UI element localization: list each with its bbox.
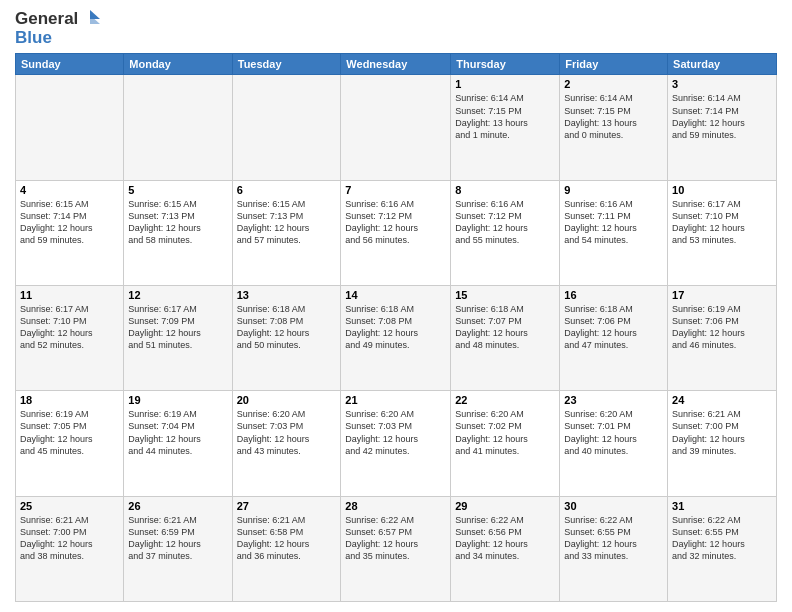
calendar-cell: 4Sunrise: 6:15 AMSunset: 7:14 PMDaylight… [16,180,124,285]
day-header-monday: Monday [124,54,232,75]
day-header-wednesday: Wednesday [341,54,451,75]
calendar-cell [16,75,124,180]
day-number: 22 [455,394,555,406]
day-number: 15 [455,289,555,301]
day-header-sunday: Sunday [16,54,124,75]
day-info: Sunrise: 6:20 AMSunset: 7:01 PMDaylight:… [564,408,663,457]
logo-general: General [15,10,78,29]
day-number: 2 [564,78,663,90]
calendar-cell: 30Sunrise: 6:22 AMSunset: 6:55 PMDayligh… [560,496,668,601]
day-info: Sunrise: 6:21 AMSunset: 7:00 PMDaylight:… [20,514,119,563]
day-number: 18 [20,394,119,406]
calendar-cell: 26Sunrise: 6:21 AMSunset: 6:59 PMDayligh… [124,496,232,601]
day-info: Sunrise: 6:19 AMSunset: 7:05 PMDaylight:… [20,408,119,457]
calendar-cell: 18Sunrise: 6:19 AMSunset: 7:05 PMDayligh… [16,391,124,496]
calendar-cell: 11Sunrise: 6:17 AMSunset: 7:10 PMDayligh… [16,286,124,391]
day-info: Sunrise: 6:18 AMSunset: 7:08 PMDaylight:… [345,303,446,352]
calendar-cell: 22Sunrise: 6:20 AMSunset: 7:02 PMDayligh… [451,391,560,496]
day-info: Sunrise: 6:21 AMSunset: 6:59 PMDaylight:… [128,514,227,563]
day-number: 4 [20,184,119,196]
calendar-table: SundayMondayTuesdayWednesdayThursdayFrid… [15,53,777,602]
day-number: 10 [672,184,772,196]
day-number: 24 [672,394,772,406]
day-info: Sunrise: 6:22 AMSunset: 6:55 PMDaylight:… [564,514,663,563]
day-info: Sunrise: 6:18 AMSunset: 7:07 PMDaylight:… [455,303,555,352]
day-info: Sunrise: 6:20 AMSunset: 7:02 PMDaylight:… [455,408,555,457]
logo-bird-icon [80,10,100,28]
day-number: 9 [564,184,663,196]
day-number: 5 [128,184,227,196]
day-info: Sunrise: 6:17 AMSunset: 7:10 PMDaylight:… [672,198,772,247]
day-number: 13 [237,289,337,301]
day-number: 16 [564,289,663,301]
day-info: Sunrise: 6:21 AMSunset: 6:58 PMDaylight:… [237,514,337,563]
day-number: 1 [455,78,555,90]
day-info: Sunrise: 6:22 AMSunset: 6:56 PMDaylight:… [455,514,555,563]
calendar-cell: 3Sunrise: 6:14 AMSunset: 7:14 PMDaylight… [668,75,777,180]
calendar-cell: 12Sunrise: 6:17 AMSunset: 7:09 PMDayligh… [124,286,232,391]
calendar-cell: 1Sunrise: 6:14 AMSunset: 7:15 PMDaylight… [451,75,560,180]
day-info: Sunrise: 6:15 AMSunset: 7:13 PMDaylight:… [128,198,227,247]
calendar-cell: 31Sunrise: 6:22 AMSunset: 6:55 PMDayligh… [668,496,777,601]
calendar-cell [124,75,232,180]
day-info: Sunrise: 6:17 AMSunset: 7:09 PMDaylight:… [128,303,227,352]
day-number: 31 [672,500,772,512]
day-info: Sunrise: 6:14 AMSunset: 7:15 PMDaylight:… [564,92,663,141]
day-info: Sunrise: 6:16 AMSunset: 7:12 PMDaylight:… [345,198,446,247]
calendar-cell: 19Sunrise: 6:19 AMSunset: 7:04 PMDayligh… [124,391,232,496]
logo: General Blue [15,10,100,47]
day-info: Sunrise: 6:19 AMSunset: 7:04 PMDaylight:… [128,408,227,457]
calendar-cell: 17Sunrise: 6:19 AMSunset: 7:06 PMDayligh… [668,286,777,391]
day-info: Sunrise: 6:21 AMSunset: 7:00 PMDaylight:… [672,408,772,457]
logo-blue: Blue [15,29,100,48]
calendar-cell: 6Sunrise: 6:15 AMSunset: 7:13 PMDaylight… [232,180,341,285]
day-number: 23 [564,394,663,406]
day-info: Sunrise: 6:15 AMSunset: 7:13 PMDaylight:… [237,198,337,247]
calendar-cell: 7Sunrise: 6:16 AMSunset: 7:12 PMDaylight… [341,180,451,285]
calendar-cell: 13Sunrise: 6:18 AMSunset: 7:08 PMDayligh… [232,286,341,391]
calendar-cell: 9Sunrise: 6:16 AMSunset: 7:11 PMDaylight… [560,180,668,285]
calendar-cell: 14Sunrise: 6:18 AMSunset: 7:08 PMDayligh… [341,286,451,391]
day-number: 8 [455,184,555,196]
calendar-cell [341,75,451,180]
day-number: 20 [237,394,337,406]
day-info: Sunrise: 6:16 AMSunset: 7:12 PMDaylight:… [455,198,555,247]
day-number: 21 [345,394,446,406]
calendar-cell: 20Sunrise: 6:20 AMSunset: 7:03 PMDayligh… [232,391,341,496]
day-info: Sunrise: 6:14 AMSunset: 7:14 PMDaylight:… [672,92,772,141]
calendar-cell: 15Sunrise: 6:18 AMSunset: 7:07 PMDayligh… [451,286,560,391]
day-number: 29 [455,500,555,512]
day-info: Sunrise: 6:18 AMSunset: 7:06 PMDaylight:… [564,303,663,352]
day-info: Sunrise: 6:16 AMSunset: 7:11 PMDaylight:… [564,198,663,247]
day-header-thursday: Thursday [451,54,560,75]
calendar-cell: 16Sunrise: 6:18 AMSunset: 7:06 PMDayligh… [560,286,668,391]
calendar-cell: 28Sunrise: 6:22 AMSunset: 6:57 PMDayligh… [341,496,451,601]
day-info: Sunrise: 6:22 AMSunset: 6:55 PMDaylight:… [672,514,772,563]
day-info: Sunrise: 6:22 AMSunset: 6:57 PMDaylight:… [345,514,446,563]
day-number: 7 [345,184,446,196]
calendar-cell: 21Sunrise: 6:20 AMSunset: 7:03 PMDayligh… [341,391,451,496]
day-info: Sunrise: 6:14 AMSunset: 7:15 PMDaylight:… [455,92,555,141]
calendar-cell: 8Sunrise: 6:16 AMSunset: 7:12 PMDaylight… [451,180,560,285]
calendar-cell: 27Sunrise: 6:21 AMSunset: 6:58 PMDayligh… [232,496,341,601]
day-info: Sunrise: 6:18 AMSunset: 7:08 PMDaylight:… [237,303,337,352]
day-info: Sunrise: 6:15 AMSunset: 7:14 PMDaylight:… [20,198,119,247]
day-header-saturday: Saturday [668,54,777,75]
day-number: 3 [672,78,772,90]
day-number: 14 [345,289,446,301]
day-number: 17 [672,289,772,301]
page-header: General Blue [15,10,777,47]
day-info: Sunrise: 6:20 AMSunset: 7:03 PMDaylight:… [237,408,337,457]
day-number: 26 [128,500,227,512]
calendar-cell: 29Sunrise: 6:22 AMSunset: 6:56 PMDayligh… [451,496,560,601]
day-info: Sunrise: 6:20 AMSunset: 7:03 PMDaylight:… [345,408,446,457]
day-number: 19 [128,394,227,406]
calendar-cell: 24Sunrise: 6:21 AMSunset: 7:00 PMDayligh… [668,391,777,496]
calendar-cell: 25Sunrise: 6:21 AMSunset: 7:00 PMDayligh… [16,496,124,601]
day-number: 27 [237,500,337,512]
calendar-cell: 5Sunrise: 6:15 AMSunset: 7:13 PMDaylight… [124,180,232,285]
calendar-cell: 23Sunrise: 6:20 AMSunset: 7:01 PMDayligh… [560,391,668,496]
day-header-tuesday: Tuesday [232,54,341,75]
day-number: 6 [237,184,337,196]
day-number: 12 [128,289,227,301]
